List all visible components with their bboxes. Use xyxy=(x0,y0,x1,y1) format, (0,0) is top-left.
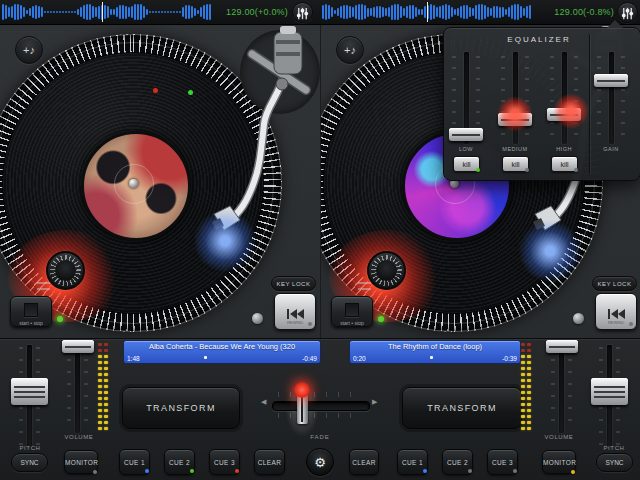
waveform-bar xyxy=(173,11,175,13)
load-track-button-left[interactable]: +♪ xyxy=(15,36,43,64)
waveform-bar xyxy=(170,11,172,13)
vu-led xyxy=(104,349,108,352)
volume-fader-track-left[interactable] xyxy=(75,345,80,433)
waveform-bar xyxy=(113,9,115,14)
top-bar: 129.00(+0.0%) 129.00(-0.8%) xyxy=(0,0,640,25)
volume-fader-handle-left[interactable] xyxy=(62,340,94,353)
needle-light-ball-left xyxy=(252,313,263,324)
waveform-bar xyxy=(209,4,211,19)
track-title-right: The Rhythm of Dance (loop) xyxy=(350,341,520,352)
clear-button-left[interactable]: CLEAR xyxy=(254,449,285,475)
transform-button-right[interactable]: TRANSFORM xyxy=(402,387,522,429)
waveform-bar xyxy=(131,6,133,18)
vu-row xyxy=(98,361,108,364)
brake-knob-left[interactable] xyxy=(46,251,85,290)
fade-left-arrow-icon: ◀ xyxy=(261,398,266,406)
vu-led xyxy=(521,349,525,352)
key-lock-button-left[interactable]: KEY LOCK xyxy=(271,276,316,291)
dj-app: 129.00(+0.0%) 129.00(-0.8%) xyxy=(0,0,640,480)
transform-button-left[interactable]: TRANSFORM xyxy=(122,387,240,429)
eq-medium-track[interactable] xyxy=(513,52,518,144)
waveform-bar xyxy=(11,6,13,18)
volume-ticks xyxy=(568,347,572,431)
waveform-bar xyxy=(418,9,420,15)
vu-row xyxy=(98,427,108,430)
sliders-icon xyxy=(293,6,312,21)
bpm-readout-left: 129.00(+0.0%) xyxy=(216,0,288,24)
key-lock-button-right[interactable]: KEY LOCK xyxy=(592,276,637,291)
settings-button[interactable]: ⚙ xyxy=(306,448,334,476)
crossfader-track[interactable] xyxy=(272,401,370,411)
waveform-bar xyxy=(191,6,193,18)
waveform-bar xyxy=(379,6,381,18)
eq-high-handle[interactable] xyxy=(547,108,581,121)
vu-led xyxy=(527,385,531,388)
waveform-bar xyxy=(5,5,7,19)
eq-low-handle[interactable] xyxy=(449,128,483,141)
vu-led xyxy=(521,397,525,400)
start-stop-button-left[interactable]: start • stop xyxy=(10,296,52,327)
track-info-right[interactable]: The Rhythm of Dance (loop) 0:20 -0:39 xyxy=(349,340,521,364)
eq-high-track[interactable] xyxy=(562,52,567,144)
waveform-right[interactable] xyxy=(322,2,534,22)
vu-led xyxy=(98,379,102,382)
waveform-bar xyxy=(439,6,441,18)
waveform-bar xyxy=(140,4,142,19)
waveform-bar xyxy=(116,7,118,18)
vu-led xyxy=(104,397,108,400)
sync-button-left[interactable]: SYNC xyxy=(11,453,48,472)
eq-ticks xyxy=(621,56,625,140)
eq-gain-handle[interactable] xyxy=(594,74,628,87)
track-info-left[interactable]: Alba Coherta - Because We Are Young (320… xyxy=(123,340,321,364)
eq-toggle-left-button[interactable] xyxy=(292,2,313,23)
cue1-dot-right xyxy=(423,469,427,473)
vu-row xyxy=(521,343,531,346)
clear-button-right[interactable]: CLEAR xyxy=(349,449,379,475)
vu-row xyxy=(521,415,531,418)
vu-row xyxy=(521,379,531,382)
load-track-button-right[interactable]: +♪ xyxy=(336,36,364,64)
pitch-fader-handle-right[interactable] xyxy=(591,378,628,405)
waveform-bar xyxy=(182,7,184,17)
rewind-button-left[interactable]: REWIND xyxy=(274,293,316,330)
waveform-bar xyxy=(95,7,97,16)
vu-row xyxy=(521,397,531,400)
vu-led xyxy=(98,397,102,400)
eq-ticks xyxy=(574,56,578,140)
vu-led xyxy=(98,361,102,364)
eq-medium-handle[interactable] xyxy=(498,113,532,126)
waveform-bar xyxy=(442,5,444,20)
waveform-bar xyxy=(83,5,85,20)
vu-row xyxy=(98,373,108,376)
tonearm[interactable] xyxy=(200,24,320,264)
waveform-bar xyxy=(508,7,510,17)
elapsed-time-right: 0:20 xyxy=(353,355,366,362)
sync-button-right[interactable]: SYNC xyxy=(596,453,633,472)
rewind-button-right[interactable]: REWIND xyxy=(595,293,637,330)
volume-fader-track-right[interactable] xyxy=(559,345,564,433)
waveform-bar xyxy=(370,8,372,16)
brake-knob-right[interactable] xyxy=(367,251,406,290)
vu-led xyxy=(98,343,102,346)
waveform-left[interactable] xyxy=(2,2,212,22)
waveform-bar xyxy=(8,7,10,17)
stop-square-icon xyxy=(24,303,38,317)
vu-row xyxy=(98,367,108,370)
playhead-left xyxy=(102,2,103,22)
start-stop-button-right[interactable]: start • stop xyxy=(331,296,373,327)
volume-ticks xyxy=(84,347,88,431)
remaining-time-left: -0:49 xyxy=(302,355,317,362)
volume-fader-handle-right[interactable] xyxy=(546,340,578,353)
fade-right-arrow-icon: ▶ xyxy=(372,398,377,406)
vu-led xyxy=(98,367,102,370)
waveform-bar xyxy=(529,5,531,20)
waveform-bar xyxy=(89,4,91,20)
waveform-bar xyxy=(367,8,369,17)
waveform-bar xyxy=(352,7,354,16)
vu-led xyxy=(521,391,525,394)
eq-gain-track[interactable] xyxy=(609,52,614,144)
waveform-bar xyxy=(472,8,474,17)
pitch-label-right: PITCH xyxy=(594,445,634,451)
waveform-bar xyxy=(526,6,528,19)
pitch-fader-handle-left[interactable] xyxy=(11,378,48,405)
